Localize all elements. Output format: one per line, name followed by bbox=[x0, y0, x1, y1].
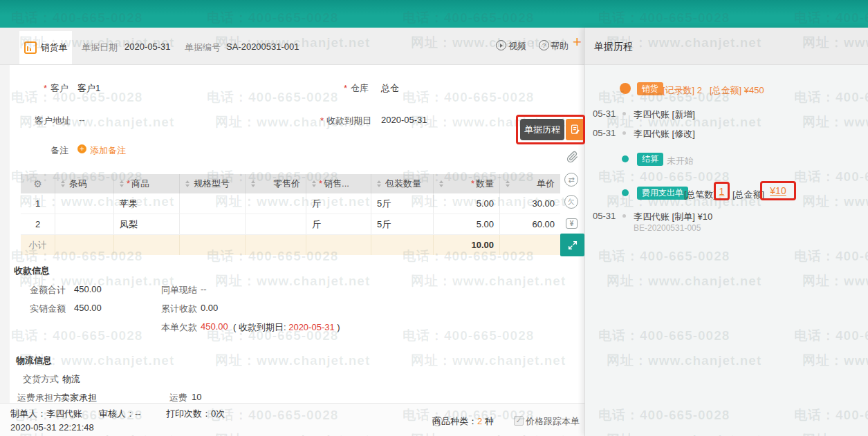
video-link[interactable]: 视频 bbox=[508, 40, 526, 53]
remark-label: 备注 bbox=[50, 144, 68, 157]
column-header-spec[interactable]: 规格型号 bbox=[180, 174, 246, 193]
table-cell bbox=[114, 235, 180, 255]
customer-address-label: 客户地址 bbox=[35, 115, 71, 127]
settlement-badge: 结算 bbox=[637, 153, 663, 166]
table-header-row: ⚙ 条码 *商品 规格型号 零售价 *销售... 包装数量 *数量 单价 bbox=[21, 174, 560, 193]
column-header-product[interactable]: *商品 bbox=[114, 174, 180, 193]
required-star: * bbox=[44, 83, 47, 93]
expense-button[interactable]: ¥ bbox=[566, 218, 578, 229]
sort-icon[interactable] bbox=[185, 180, 190, 187]
required-star: * bbox=[320, 115, 324, 126]
table-cell: 凤梨 bbox=[114, 214, 180, 234]
related-docs-button[interactable]: ⇄ bbox=[564, 173, 578, 187]
items-table: ⚙ 条码 *商品 规格型号 零售价 *销售... 包装数量 *数量 单价 1苹果… bbox=[21, 174, 560, 255]
price-track-checkbox[interactable]: ✓ bbox=[514, 416, 524, 426]
table-cell: 斤 bbox=[306, 214, 371, 234]
warehouse-value[interactable]: 总仓 bbox=[381, 82, 399, 95]
subtotal-row: 小计 10.00 bbox=[21, 235, 560, 255]
table-cell bbox=[246, 235, 306, 255]
price-track-label: 价格跟踪本单 bbox=[526, 415, 580, 428]
table-cell: 5斤 bbox=[371, 214, 434, 234]
column-header-package-qty[interactable]: 包装数量 bbox=[371, 174, 434, 193]
column-settings[interactable]: ⚙ bbox=[21, 174, 55, 193]
watermark-text: 网址：www.chanjet.net bbox=[215, 352, 370, 370]
doc-maker: 制单人：李四代账 bbox=[10, 408, 82, 420]
arrears-button[interactable]: 欠 bbox=[564, 195, 578, 209]
debt-due-open: ( 收款到期日: bbox=[233, 322, 288, 332]
expense-count-value[interactable]: 1 bbox=[719, 186, 725, 197]
expand-button[interactable] bbox=[560, 234, 584, 256]
subtotal-quantity: 10.00 bbox=[434, 235, 500, 255]
expense-doc-number: BE-20200531-005 bbox=[634, 223, 701, 233]
table-cell bbox=[55, 214, 114, 234]
sort-icon[interactable] bbox=[439, 180, 443, 187]
column-label: 零售价 bbox=[273, 178, 300, 189]
debt-due-note: ( 收款到期日: 2020-05-31 ) bbox=[233, 321, 340, 334]
column-label: 单价 bbox=[537, 178, 555, 189]
column-label: 规格型号 bbox=[194, 178, 230, 189]
tab-sales-order-doc[interactable]: 销货单 bbox=[19, 31, 72, 64]
table-cell bbox=[180, 193, 246, 214]
expand-icon bbox=[567, 240, 578, 251]
annotation-box-expense-amount: ¥10 bbox=[760, 181, 796, 200]
attachment-button[interactable] bbox=[566, 151, 579, 164]
header-divider: | bbox=[532, 39, 534, 49]
sort-icon[interactable] bbox=[377, 180, 381, 187]
document-history-panel: 单据历程 销货 [记录数] 2 [总金额] ¥450 05-31 李四代账 [新… bbox=[584, 28, 868, 436]
panel-title: 单据历程 bbox=[594, 41, 633, 53]
column-header-barcode[interactable]: 条码 bbox=[55, 174, 114, 193]
table-cell bbox=[246, 193, 306, 214]
column-header-unit-price[interactable]: 单价 bbox=[500, 174, 560, 193]
annotation-box-expense-count: 1 bbox=[714, 182, 730, 200]
entry-date: 05-31 bbox=[593, 128, 616, 138]
required-star: * bbox=[471, 178, 474, 189]
total-amount-label: 金额合计 bbox=[30, 284, 66, 296]
doc-tab-label: 销货单 bbox=[41, 41, 68, 54]
row-index: 2 bbox=[21, 214, 55, 234]
timeline-dot-expense bbox=[622, 189, 629, 196]
app-screen: 首页 查看销货单 × 销货单 单据日期 2020-05-31 单据编号 SA-2… bbox=[0, 0, 868, 436]
payment-section-title: 收款信息 bbox=[14, 265, 50, 277]
table-body: 1苹果斤5斤5.0030.002凤梨斤5斤5.0060.00 bbox=[21, 193, 560, 235]
expense-badge: 费用支出单 bbox=[637, 187, 688, 200]
expense-amount-value[interactable]: ¥10 bbox=[770, 185, 786, 196]
subtotal-label: 小计 bbox=[21, 235, 55, 255]
column-header-sales-unit[interactable]: *销售... bbox=[306, 174, 371, 193]
doc-timestamp: 2020-05-31 22:21:48 bbox=[10, 422, 94, 433]
due-date-value[interactable]: 2020-05-31 bbox=[381, 115, 427, 125]
timeline-dot-settlement bbox=[622, 155, 629, 162]
debt-due-close: ) bbox=[335, 322, 340, 332]
sort-icon[interactable] bbox=[120, 180, 124, 187]
same-doc-cash-label: 同单现结 bbox=[161, 284, 197, 296]
entry-text: 李四代账 [新增] bbox=[634, 108, 695, 121]
timeline-dot-small bbox=[622, 112, 626, 115]
required-star: * bbox=[127, 178, 130, 189]
actual-sales-label: 实销金额 bbox=[30, 303, 66, 315]
sort-icon[interactable] bbox=[251, 180, 255, 187]
column-header-quantity[interactable]: *数量 bbox=[434, 174, 500, 193]
table-cell: 5斤 bbox=[371, 193, 434, 214]
sort-icon[interactable] bbox=[312, 180, 316, 187]
table-cell bbox=[55, 193, 114, 214]
sales-badge: 销货 bbox=[637, 82, 663, 95]
arrears-icon: 欠 bbox=[564, 195, 578, 209]
add-tab-button[interactable]: + bbox=[573, 33, 582, 51]
annotation-box-history bbox=[516, 115, 585, 144]
sales-order-icon bbox=[24, 41, 37, 54]
column-header-retail-price[interactable]: 零售价 bbox=[246, 174, 306, 193]
entry-date: 05-31 bbox=[593, 211, 616, 221]
table-cell: 60.00 bbox=[500, 214, 560, 234]
table-cell bbox=[371, 235, 434, 255]
help-link[interactable]: 帮助 bbox=[551, 40, 569, 53]
sort-icon[interactable] bbox=[506, 180, 510, 187]
top-tab-bar bbox=[0, 0, 868, 28]
row-index: 1 bbox=[21, 193, 55, 214]
add-remark-link[interactable]: 添加备注 bbox=[90, 144, 126, 157]
received-total-label: 累计收款 bbox=[161, 303, 197, 315]
timeline-dot-small bbox=[622, 214, 626, 218]
table-cell bbox=[180, 214, 246, 234]
sort-icon[interactable] bbox=[61, 180, 65, 187]
help-icon: ? bbox=[539, 40, 549, 50]
watermark-text: 网址：www.chanjet.net bbox=[215, 272, 370, 290]
customer-value[interactable]: 客户1 bbox=[77, 82, 100, 95]
